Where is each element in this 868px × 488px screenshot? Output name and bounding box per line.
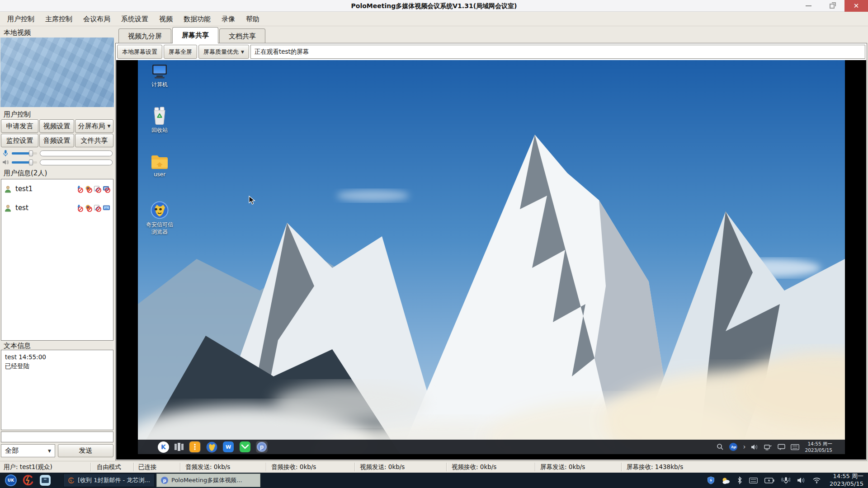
mountain-wallpaper [138, 60, 845, 454]
status-user: 用户: test1(观众) [4, 463, 52, 471]
chat-icon[interactable] [778, 444, 785, 450]
chevron-down-icon: ▼ [48, 449, 51, 453]
menu-bar: 用户控制 主席控制 会议布局 系统设置 视频 数据功能 录像 帮助 [0, 12, 868, 26]
desktop-icon-computer[interactable]: 计算机 [144, 64, 175, 89]
status-connection: 已连接 [138, 463, 157, 471]
menu-meeting-layout[interactable]: 会议布局 [78, 12, 116, 26]
edit-muted-icon[interactable] [94, 204, 101, 212]
tab-document-share[interactable]: 文档共享 [219, 28, 265, 43]
status-video-send: 视频发送: 0kb/s [360, 463, 405, 471]
user-avatar-icon [4, 204, 12, 212]
minimize-button[interactable] [798, 0, 818, 12]
menu-system-settings[interactable]: 系统设置 [116, 12, 154, 26]
tab-screen-share[interactable]: 屏幕共享 [172, 27, 218, 43]
chat-message-meta: test 14:55:00 [5, 353, 109, 362]
menu-data-functions[interactable]: 数据功能 [178, 12, 216, 26]
user-row-test[interactable]: test [4, 203, 110, 213]
hp-tray-icon[interactable]: hp [729, 443, 737, 451]
keyboard-icon[interactable] [749, 478, 758, 483]
host-filemanager-icon[interactable] [39, 474, 52, 487]
recipient-select[interactable]: 全部 ▼ [1, 444, 55, 457]
screen-fullscreen-button[interactable]: 屏幕全屏 [164, 45, 197, 59]
speaker-tray-icon[interactable] [797, 477, 806, 484]
window-title: PoloMeeting多媒体视频会议系统V1.31(局域网会议室) [0, 0, 868, 12]
status-mode: 自由模式 [97, 463, 121, 471]
host-start-button[interactable]: UK [5, 474, 17, 487]
chat-history[interactable]: test 14:55:00 已经登陆 [1, 350, 113, 430]
microphone-tray-icon[interactable] [781, 477, 790, 484]
task-button-polomeeting[interactable]: p PoloMeeting多媒体视频... [156, 474, 260, 487]
mic-volume-row [2, 150, 113, 157]
host-tray: 14:55 周一 2023/05/15 [707, 473, 863, 488]
mouse-cursor [249, 196, 257, 205]
tray-expand-icon[interactable]: › [743, 443, 745, 451]
user-list: test1 [1, 179, 113, 341]
app-window: PoloMeeting多媒体视频会议系统V1.31(局域网会议室) ✕ 用户控制… [0, 0, 868, 488]
status-audio-recv: 音频接收: 0kb/s [271, 463, 316, 471]
remote-wps-icon[interactable]: W [222, 441, 234, 453]
chat-message-body: 已经登陆 [5, 362, 109, 371]
desktop-icon-user-folder[interactable]: user [144, 154, 175, 178]
screen-quality-select[interactable]: 屏幕质量优先▼ [198, 45, 249, 59]
menu-chair-control[interactable]: 主席控制 [40, 12, 78, 26]
edit-muted-icon[interactable] [94, 185, 101, 193]
camera-muted-icon[interactable] [85, 185, 92, 193]
status-screen-recv: 屏幕接收: 1438kb/s [627, 463, 683, 471]
screen-share-active-icon[interactable] [103, 204, 110, 212]
user-avatar-icon [4, 185, 12, 193]
menu-help[interactable]: 帮助 [241, 12, 265, 26]
network-icon[interactable] [764, 444, 772, 450]
bluetooth-icon[interactable] [737, 476, 742, 484]
mic-volume-slider[interactable] [12, 152, 37, 155]
speaker-volume-slider[interactable] [12, 161, 37, 164]
user-name: test [15, 204, 75, 212]
close-button[interactable]: ✕ [844, 0, 868, 12]
security-shield-icon[interactable] [707, 476, 715, 484]
screen-muted-icon[interactable] [103, 185, 110, 193]
camera-muted-icon[interactable] [85, 204, 92, 212]
host-clock[interactable]: 14:55 周一 2023/05/15 [830, 473, 863, 488]
mic-muted-icon[interactable] [75, 185, 83, 193]
send-button[interactable]: 发送 [58, 444, 113, 457]
remote-start-button[interactable]: K [158, 441, 169, 453]
host-browser-icon[interactable] [22, 474, 34, 487]
desktop-icon-qianxin-browser[interactable]: 奇安信可信 浏览器 [144, 201, 175, 235]
user-info-label: 用户信息(2人) [4, 169, 47, 178]
remote-polomeeting-icon[interactable]: p [256, 441, 268, 453]
chevron-down-icon: ▼ [241, 50, 244, 54]
audio-settings-button[interactable]: 音频设置 [39, 134, 74, 147]
volume-icon[interactable] [751, 444, 759, 450]
status-bar: 用户: test1(观众) 自由模式 已连接 音频发送: 0kb/s 音频接收:… [0, 461, 868, 473]
remote-filemanager-icon[interactable] [189, 441, 201, 453]
task-view-icon[interactable] [174, 442, 184, 451]
menu-video[interactable]: 视频 [154, 12, 178, 26]
speaker-volume-row [2, 159, 113, 166]
recipient-selected-value: 全部 [5, 446, 19, 455]
task-button-mail[interactable]: [收到 1封新邮件 - 龙芯浏... [63, 474, 155, 487]
remote-clock[interactable]: 14:55 周一 2023/05/15 [805, 441, 832, 453]
remote-mail-icon[interactable] [239, 441, 251, 453]
chat-input[interactable] [1, 432, 113, 442]
menu-recording[interactable]: 录像 [216, 12, 241, 26]
status-screen-send: 屏幕发送: 0kb/s [540, 463, 585, 471]
tab-video-nine-split[interactable]: 视频九分屏 [118, 28, 171, 43]
speaker-icon [2, 159, 9, 166]
search-icon[interactable] [717, 443, 724, 450]
battery-icon[interactable] [764, 478, 774, 483]
keyboard-icon[interactable] [791, 444, 799, 450]
request-speak-button[interactable]: 申请发言 [1, 119, 38, 133]
desktop-icon-recycle-bin[interactable]: 回收站 [144, 107, 175, 134]
user-row-test1[interactable]: test1 [4, 184, 110, 194]
wifi-icon[interactable] [812, 477, 821, 483]
mic-muted-icon[interactable] [75, 204, 83, 212]
menu-user-control[interactable]: 用户控制 [2, 12, 40, 26]
monitor-settings-button[interactable]: 监控设置 [1, 134, 38, 147]
file-share-button[interactable]: 文件共享 [75, 134, 113, 147]
video-settings-button[interactable]: 视频设置 [39, 119, 74, 133]
remote-browser-icon[interactable] [206, 441, 217, 453]
restore-button[interactable] [822, 0, 842, 12]
weather-icon[interactable] [722, 477, 730, 484]
share-toolbar: 本地屏幕设置 屏幕全屏 屏幕质量优先▼ 正在观看test的屏幕 [117, 45, 865, 59]
local-screen-settings-button[interactable]: 本地屏幕设置 [117, 45, 162, 59]
split-layout-button[interactable]: 分屏布局▼ [75, 119, 113, 133]
